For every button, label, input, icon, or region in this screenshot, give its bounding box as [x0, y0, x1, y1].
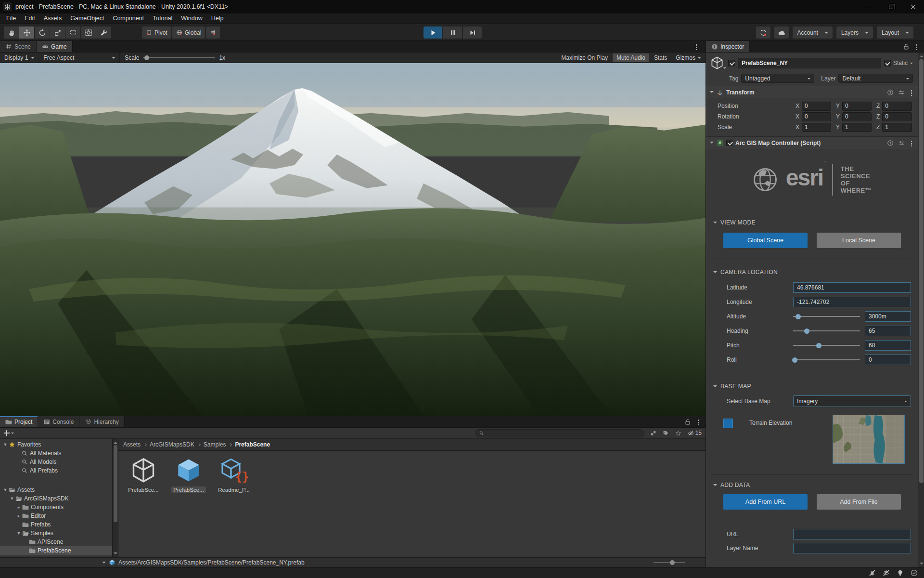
menu-item-component[interactable]: Component — [108, 13, 148, 24]
menu-item-help[interactable]: Help — [207, 13, 228, 24]
tab-inspector[interactable]: Inspector — [706, 41, 750, 52]
filter-by-label-icon[interactable] — [663, 430, 669, 436]
slider-thumb[interactable] — [804, 328, 809, 334]
z-field[interactable]: 1 — [882, 123, 912, 132]
tag-dropdown[interactable]: Untagged — [741, 74, 814, 83]
transform-component-header[interactable]: Transform — [706, 86, 918, 98]
tree-item-samples[interactable]: ▼ Samples — [0, 529, 112, 538]
tree-item-apiscene[interactable]: APIScene — [0, 538, 112, 546]
tab-game[interactable]: Game — [37, 41, 73, 52]
gameobject-name-field[interactable]: PrefabScene_NY — [738, 58, 881, 68]
help-icon[interactable] — [887, 89, 894, 96]
status-ok-icon[interactable] — [910, 569, 918, 577]
y-field[interactable]: 0 — [842, 112, 872, 121]
y-field[interactable]: 0 — [842, 102, 872, 111]
global-scene-button[interactable]: Global Scene — [723, 233, 808, 248]
slider-track[interactable] — [793, 316, 860, 317]
slider-thumb[interactable] — [816, 343, 821, 348]
tree-item-prefabscene[interactable]: PrefabScene — [0, 546, 112, 555]
grid-snapping-button[interactable] — [206, 26, 220, 39]
base-map-preview[interactable] — [833, 415, 905, 464]
game-option-mute-audio[interactable]: Mute Audio — [613, 53, 649, 62]
help-icon[interactable] — [887, 140, 894, 146]
slider-thumb[interactable] — [792, 357, 797, 363]
x-field[interactable]: 1 — [802, 123, 831, 132]
asset-zoom-thumb[interactable] — [670, 560, 675, 565]
lock-icon[interactable] — [903, 43, 910, 50]
layer-dropdown[interactable]: Default — [838, 74, 913, 83]
slider-value-field[interactable]: 0 — [865, 355, 911, 365]
foldout-arrow[interactable]: ▼ — [2, 487, 9, 492]
x-field[interactable]: 0 — [802, 102, 831, 111]
hidden-packages-toggle[interactable]: 15 — [688, 430, 702, 436]
create-asset-button[interactable] — [4, 430, 14, 436]
step-button[interactable] — [463, 26, 482, 39]
menu-item-edit[interactable]: Edit — [20, 13, 39, 24]
arcgis-component-header[interactable]: Arc GIS Map Controller (Script) — [706, 136, 918, 149]
close-button[interactable] — [902, 0, 924, 13]
project-menu-icon[interactable] — [696, 419, 701, 425]
tree-scrollbar[interactable] — [112, 439, 118, 557]
z-field[interactable]: 0 — [882, 112, 912, 121]
asset-item-readme-p[interactable]: Readme_P... — [215, 457, 253, 493]
foldout-arrow[interactable]: ▼ — [9, 496, 15, 501]
favorites-filter-icon[interactable] — [675, 430, 681, 436]
value-field[interactable]: -121.742702 — [793, 297, 911, 307]
base-map-header[interactable]: BASE MAP — [706, 382, 918, 391]
tree-item-all-materials[interactable]: All Materials — [0, 449, 112, 458]
menu-item-assets[interactable]: Assets — [39, 13, 66, 24]
game-option-maximize-on-play[interactable]: Maximize On Play — [557, 53, 612, 62]
layers-dropdown[interactable]: Layers — [836, 26, 873, 39]
cloud-button[interactable] — [774, 26, 789, 39]
game-panel-menu-icon[interactable] — [694, 43, 699, 50]
menu-item-file[interactable]: File — [2, 13, 20, 24]
cache-server-icon[interactable] — [882, 569, 890, 577]
menu-item-window[interactable]: Window — [177, 13, 206, 24]
static-checkbox[interactable] — [884, 60, 891, 66]
pause-button[interactable] — [443, 26, 462, 39]
slider-value-field[interactable]: 65 — [865, 326, 911, 336]
asset-zoom-slider[interactable] — [654, 562, 685, 563]
add-from-url-button[interactable]: Add From URL — [723, 494, 808, 510]
tree-item-all-prefabs[interactable]: All Prefabs — [0, 466, 112, 475]
display-dropdown[interactable]: Display 1 — [0, 53, 39, 63]
slider-track[interactable] — [793, 359, 860, 360]
terrain-elevation-checkbox[interactable] — [723, 419, 733, 428]
breadcrumb-item[interactable]: PrefabScene — [235, 441, 270, 448]
slider-thumb[interactable] — [796, 314, 801, 319]
scroll-up-icon[interactable] — [114, 440, 117, 444]
x-field[interactable]: 0 — [802, 112, 831, 121]
breadcrumb-item[interactable]: Assets — [123, 441, 141, 448]
scroll-down-icon[interactable] — [114, 552, 117, 556]
menu-item-gameobject[interactable]: GameObject — [66, 13, 108, 24]
camera-location-header[interactable]: CAMERA LOCATION — [706, 268, 918, 276]
tool-scale[interactable] — [50, 26, 65, 39]
add-data-header[interactable]: ADD DATA — [706, 481, 918, 489]
global-toggle[interactable]: Global — [172, 26, 205, 39]
game-option-stats[interactable]: Stats — [650, 53, 671, 62]
gameobject-active-checkbox[interactable] — [728, 60, 735, 66]
tool-move[interactable] — [19, 26, 34, 39]
component-menu-icon[interactable] — [909, 140, 914, 146]
filter-by-type-icon[interactable] — [650, 430, 656, 436]
tree-item-favorites[interactable]: ▼ Favorites — [0, 440, 112, 449]
account-dropdown[interactable]: Account — [793, 26, 833, 39]
inspector-menu-icon[interactable] — [914, 43, 919, 50]
preset-icon[interactable] — [898, 140, 905, 146]
lock-icon[interactable] — [684, 419, 691, 425]
preset-icon[interactable] — [898, 89, 905, 96]
tree-item-all-models[interactable]: All Models — [0, 458, 112, 466]
base-map-dropdown[interactable]: Imagery — [793, 395, 911, 407]
gameobject-icon[interactable] — [710, 56, 725, 70]
asset-item-prefabsce[interactable]: PrefabSce... — [169, 457, 208, 493]
inspector-scrollbar[interactable] — [918, 53, 924, 567]
z-field[interactable]: 0 — [882, 102, 912, 111]
aspect-dropdown[interactable]: Free Aspect — [39, 53, 120, 63]
play-button[interactable] — [424, 26, 442, 39]
tab-console[interactable]: Console — [38, 416, 79, 427]
layer-name-input[interactable] — [793, 543, 911, 553]
foldout-arrow[interactable]: ▸ — [15, 505, 22, 510]
foldout-arrow[interactable]: ▸ — [15, 513, 22, 518]
tool-rect[interactable] — [65, 26, 80, 39]
footer-collapse-icon[interactable] — [102, 562, 106, 565]
